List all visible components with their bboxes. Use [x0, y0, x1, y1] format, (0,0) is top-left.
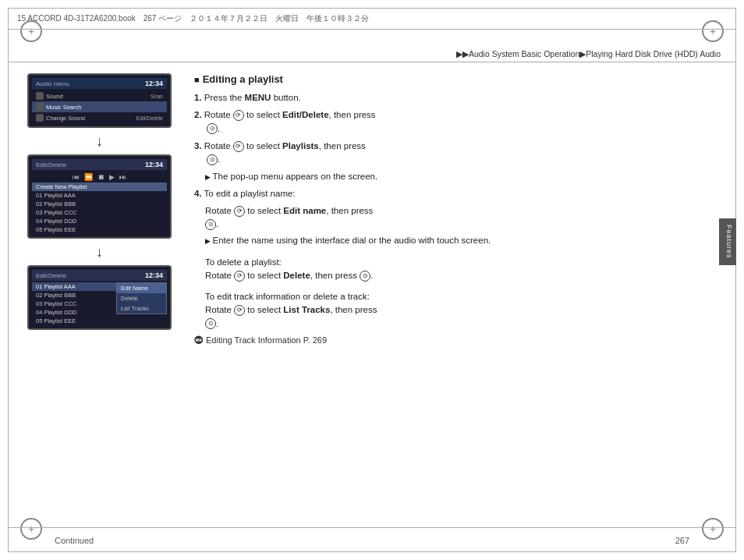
screen1-icon3 — [36, 114, 44, 122]
screen2-btn-stop: ⏹ — [97, 173, 105, 181]
step-2: 2. Rotate ⟳ to select Edit/Delete, then … — [194, 108, 713, 136]
press-icon-2: ⊙ — [207, 123, 218, 134]
arrow-item-1: The pop-up menu appears on the screen. — [194, 170, 713, 183]
screen3-popup-item-2: List Tracks — [117, 303, 166, 314]
step-4-bold: Edit name — [283, 206, 326, 215]
ref-link: Editing Track Information P. 269 — [194, 335, 713, 345]
screen1-icon2 — [36, 103, 44, 111]
press-icon-del: ⊙ — [360, 271, 370, 282]
screen1-label2: Music Search — [46, 104, 163, 111]
screen3-popup-item-1: Delete — [117, 293, 166, 303]
screen1-header: Audio menu 12:34 — [32, 78, 167, 89]
screen1-val1: Scan — [151, 94, 163, 99]
screen2-title: Edit/Delete — [36, 161, 66, 168]
section-title-text: Editing a playlist — [203, 73, 283, 85]
screen1-time: 12:34 — [145, 80, 163, 87]
screen1-title: Audio menu — [36, 80, 69, 87]
dial-icon-4: ⟳ — [234, 206, 245, 217]
step-4: 4. To edit a playlist name: — [194, 187, 713, 200]
down-arrow-1: ↓ — [96, 134, 103, 148]
screen-edit-delete-list: Edit/Delete 12:34 ⏮ ⏪ ⏹ ▶ ⏭ Create New P… — [27, 154, 172, 239]
top-bar: 15 ACCORD 4D-31T2A6200.book 267 ページ ２０１４… — [8, 8, 736, 30]
ref-link-text: Editing Track Information P. 269 — [206, 335, 327, 345]
screen3-time: 12:34 — [145, 271, 163, 279]
step-list: 1. Press the MENU button. 2. Rotate ⟳ to… — [194, 91, 713, 248]
screen-edit-delete-popup: Edit/Delete 12:34 01 Playlist AAA 02 Pla… — [27, 265, 172, 330]
arrow-text-2: Enter the name using the interface dial … — [213, 236, 491, 245]
screen3-popup-item-0: Edit Name — [117, 283, 166, 293]
screen1-val3: Edit/Delete — [136, 115, 163, 121]
screen2-controls: ⏮ ⏪ ⏹ ▶ ⏭ — [32, 172, 167, 183]
screen1-row3: Change Sound Edit/Delete — [32, 112, 167, 123]
down-arrow-2: ↓ — [96, 245, 103, 259]
screen1-row1: Sound Scan — [32, 90, 167, 101]
step-2-bold: Edit/Delete — [282, 110, 328, 119]
main-content: Audio menu 12:34 Sound Scan Music Search… — [8, 62, 736, 527]
step-3: 3. Rotate ⟳ to select Playlists, then pr… — [194, 140, 713, 167]
dial-icon-2: ⟳ — [233, 110, 244, 121]
right-panel: Editing a playlist 1. Press the MENU but… — [175, 73, 721, 516]
press-icon-track: ⊙ — [205, 318, 216, 329]
dial-icon-del: ⟳ — [234, 271, 245, 282]
screen2-item-0: Create New Playlist — [32, 183, 167, 191]
delete-bold: Delete — [283, 271, 310, 280]
breadcrumb-text: ▶▶Audio System Basic Operation▶Playing H… — [456, 49, 721, 58]
step-3-icon: ⊙. — [194, 154, 220, 164]
screen2-item-4: 04 Playlist DDD — [32, 217, 167, 225]
screen3-split: 01 Playlist AAA 02 Playlist BBB 03 Playl… — [32, 282, 167, 325]
breadcrumb: ▶▶Audio System Basic Operation▶Playing H… — [8, 45, 736, 62]
track-bold: List Tracks — [283, 305, 330, 314]
screen2-item-5: 05 Playlist EEE — [32, 225, 167, 234]
arrow-item-2: Enter the name using the interface dial … — [194, 234, 713, 247]
screen1-label1: Sound — [46, 93, 148, 100]
step-1-bold: MENU — [245, 93, 271, 102]
top-bar-file-info: 15 ACCORD 4D-31T2A6200.book 267 ページ ２０１４… — [17, 13, 727, 24]
screen2-btn-play: ▶ — [109, 173, 115, 181]
screen3-header: Edit/Delete 12:34 — [32, 270, 167, 281]
screen2-header: Edit/Delete 12:34 — [32, 159, 167, 170]
bottom-page: 267 — [675, 536, 689, 545]
left-panel: Audio menu 12:34 Sound Scan Music Search… — [23, 73, 175, 516]
screen3-item-4: 05 Playlist EEE — [32, 317, 167, 325]
dial-icon-track: ⟳ — [234, 305, 245, 316]
screen2-item-2: 02 Playlist BBB — [32, 200, 167, 208]
screen1-row2: Music Search — [32, 101, 167, 112]
step-2-num: 2. — [194, 110, 202, 119]
arrow-text-1: The pop-up menu appears on the screen. — [213, 172, 378, 181]
step-1-num: 1. — [194, 93, 202, 102]
screen1-label3: Change Sound — [46, 115, 134, 122]
screen2-item-3: 03 Playlist CCC — [32, 208, 167, 217]
step-1: 1. Press the MENU button. — [194, 91, 713, 105]
step-4-num: 4. — [194, 189, 202, 198]
press-icon-4: ⊙ — [205, 219, 216, 230]
screen2-btn-rew: ⏪ — [84, 173, 93, 181]
step-3-num: 3. — [194, 141, 202, 151]
screen-audio-menu: Audio menu 12:34 Sound Scan Music Search… — [27, 73, 172, 128]
press-icon-3: ⊙ — [207, 154, 218, 165]
track-section: To edit track information or delete a tr… — [194, 290, 713, 331]
step-2-icon: ⊙. — [194, 124, 220, 133]
dial-icon-3: ⟳ — [233, 141, 244, 152]
bottom-continued: Continued — [55, 536, 94, 545]
screen2-btn-next: ⏭ — [119, 173, 126, 181]
bottom-bar: Continued 267 — [8, 527, 736, 552]
screen3-title: Edit/Delete — [36, 272, 66, 279]
step-3-bold: Playlists — [282, 141, 319, 151]
screen2-time: 12:34 — [145, 161, 163, 168]
delete-section: To delete a playlist: Rotate ⟳ to select… — [194, 256, 713, 283]
screen2-btn-prev: ⏮ — [73, 173, 80, 181]
screen1-icon1 — [36, 92, 44, 100]
step-4-sub: Rotate ⟳ to select Edit name, then press… — [194, 204, 713, 232]
screen2-item-1: 01 Playlist AAA — [32, 191, 167, 200]
section-title: Editing a playlist — [194, 73, 713, 85]
screen3-popup: Edit Name Delete List Tracks — [116, 282, 167, 314]
